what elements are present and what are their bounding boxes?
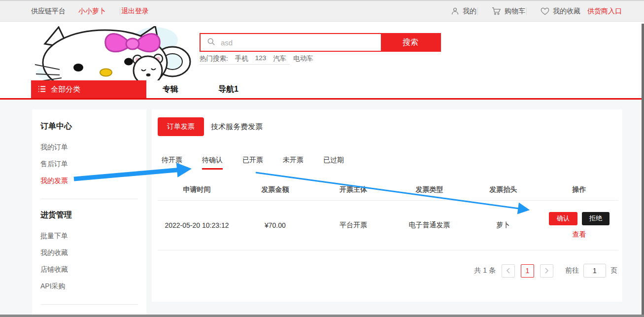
topbar-divider (526, 7, 527, 15)
topbar-divider (120, 7, 120, 15)
goto-label: 前往 (565, 266, 579, 275)
col-amount: 发票金额 (236, 185, 314, 194)
cart-label: 购物车 (505, 7, 525, 16)
heart-icon (541, 7, 549, 15)
pagination: 共 1 条 1 前往 页 (158, 264, 618, 278)
tab-expired[interactable]: 已过期 (323, 156, 344, 170)
page-number-1[interactable]: 1 (521, 264, 534, 278)
tab-pending-confirm[interactable]: 待确认 (202, 156, 223, 170)
logout-link[interactable]: 退出登录 (121, 7, 149, 16)
next-page-button[interactable] (540, 264, 553, 278)
topbar-divider (477, 7, 478, 15)
table-header: 申请时间 发票金额 开票主体 发票类型 发票抬头 操作 (158, 185, 618, 201)
table-row: 2022-05-20 10:23:12 ¥70.00 平台开票 电子普通发票 萝… (158, 201, 618, 250)
logo-cat-image[interactable] (31, 26, 192, 80)
my-account-link[interactable]: 我的 (451, 7, 476, 16)
cell-invoice-type: 电子普通发票 (393, 221, 467, 230)
tab-order-invoice[interactable]: 订单发票 (158, 117, 204, 136)
window-right-edge (642, 24, 644, 317)
col-apply-time: 申请时间 (158, 185, 236, 194)
category-list-icon (38, 85, 46, 94)
favorites-label: 我的收藏 (553, 7, 580, 16)
col-invoice-title: 发票抬头 (466, 185, 540, 194)
all-categories-label: 全部分类 (51, 85, 80, 94)
platform-name: 供应链平台 (31, 7, 66, 16)
invoice-table: 申请时间 发票金额 开票主体 发票类型 发票抬头 操作 2022-05-20 1… (158, 185, 618, 250)
invoice-status-tabs: 待开票 待确认 已开票 未开票 已过期 (162, 156, 618, 170)
sidebar-item-bulk-order[interactable]: 批量下单 (40, 227, 138, 244)
cart-icon (492, 7, 501, 15)
my-account-label: 我的 (463, 7, 476, 16)
window-bottom-edge (0, 315, 644, 317)
tab-pending-issue[interactable]: 待开票 (162, 156, 182, 170)
page-unit-label: 页 (610, 266, 617, 275)
reject-button[interactable]: 拒绝 (582, 212, 610, 225)
cell-apply-time: 2022-05-20 10:23:12 (158, 221, 236, 229)
col-issuer: 开票主体 (314, 185, 393, 194)
invoice-type-tabs: 订单发票 技术服务费发票 (158, 117, 618, 136)
site-header: 搜索 热门搜索: 手机 123 汽车 电动车 (0, 22, 644, 80)
cell-invoice-title: 萝卜 (466, 221, 540, 230)
sidebar-item-shop-favorites[interactable]: 店铺收藏 (40, 261, 138, 278)
sidebar-item-my-invoices[interactable]: 我的发票 (40, 172, 138, 189)
hot-search-item[interactable]: 电动车 (293, 54, 313, 63)
search-input[interactable] (220, 38, 381, 47)
cell-issuer: 平台开票 (314, 221, 393, 230)
sidebar-item-after-sale-orders[interactable]: 售后订单 (40, 155, 138, 172)
main-nav: 全部分类 专辑 导航1 (0, 80, 644, 98)
search-icon (207, 37, 215, 48)
sidebar-item-my-orders[interactable]: 我的订单 (40, 139, 138, 155)
cell-amount: ¥70.00 (236, 221, 314, 229)
pagination-total: 共 1 条 (474, 266, 496, 275)
confirm-button[interactable]: 确认 (549, 212, 577, 225)
invoice-panel: 订单发票 技术服务费发票 待开票 待确认 已开票 未开票 已过期 申请时间 发票… (152, 109, 622, 302)
cart-link[interactable]: 购物车 (492, 7, 525, 16)
col-actions: 操作 (540, 185, 618, 194)
hot-search-item[interactable]: 汽车 (273, 54, 286, 63)
favorites-link[interactable]: 我的收藏 (541, 7, 580, 16)
nav-link-album[interactable]: 专辑 (163, 80, 178, 98)
tab-tech-service-invoice[interactable]: 技术服务费发票 (211, 122, 263, 132)
goto-page-input[interactable] (583, 264, 606, 278)
view-link[interactable]: 查看 (572, 230, 586, 239)
supplier-entry-link[interactable]: 供货商入口 (587, 7, 622, 16)
hot-search-item[interactable]: 手机 (235, 54, 248, 63)
nav-link-nav1[interactable]: 导航1 (218, 80, 238, 98)
search-button[interactable]: 搜索 (381, 34, 440, 51)
sidebar-item-my-favorites[interactable]: 我的收藏 (40, 244, 138, 261)
sidebar-group-order-center: 订单中心 (40, 121, 138, 132)
search-bar: 搜索 (200, 33, 441, 52)
sidebar: 订单中心 我的订单 售后订单 我的发票 进货管理 批量下单 我的收藏 店铺收藏 … (32, 109, 146, 317)
sidebar-divider (40, 199, 138, 199)
page-body: 订单中心 我的订单 售后订单 我的发票 进货管理 批量下单 我的收藏 店铺收藏 … (0, 100, 644, 317)
sidebar-divider (40, 304, 138, 305)
search-input-area (201, 34, 381, 51)
tab-not-issued[interactable]: 未开票 (283, 156, 304, 170)
hot-search-item[interactable]: 123 (255, 54, 267, 63)
col-invoice-type: 发票类型 (393, 185, 467, 194)
username-link[interactable]: 小小萝卜 (78, 7, 106, 16)
sidebar-group-purchase-mgmt: 进货管理 (40, 210, 138, 220)
topbar: 供应链平台 小小萝卜 退出登录 我的 (0, 0, 644, 22)
prev-page-button[interactable] (502, 264, 515, 278)
hot-search-underline (200, 64, 290, 65)
goto-page-group: 前往 页 (565, 264, 617, 278)
topbar-right: 我的 购物车 我的收藏 (438, 7, 622, 16)
tab-issued[interactable]: 已开票 (242, 156, 263, 170)
user-icon (451, 7, 459, 15)
topbar-left: 供应链平台 小小萝卜 退出登录 (31, 7, 162, 16)
cell-actions: 确认 拒绝 查看 (540, 212, 618, 239)
sidebar-item-api-purchase[interactable]: API采购 (40, 278, 138, 294)
hot-search-label: 热门搜索: (200, 54, 228, 63)
all-categories-button[interactable]: 全部分类 (31, 80, 146, 98)
app-window: 供应链平台 小小萝卜 退出登录 我的 (0, 0, 644, 317)
